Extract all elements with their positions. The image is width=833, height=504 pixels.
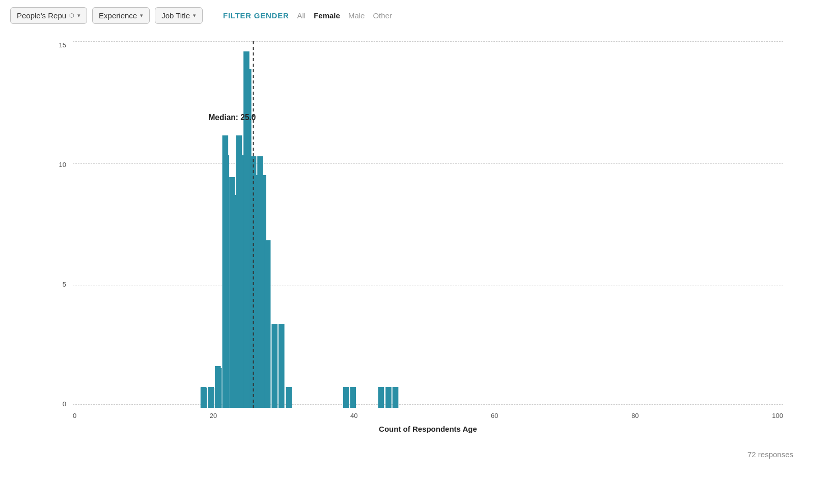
y-label-15: 15 bbox=[50, 41, 70, 49]
bar-age-43 bbox=[378, 387, 384, 408]
y-label-10: 10 bbox=[50, 161, 70, 169]
filter-female[interactable]: Female bbox=[314, 11, 340, 20]
bar-age-39 bbox=[350, 387, 356, 408]
bar-age-44 bbox=[385, 387, 392, 408]
y-label-5: 5 bbox=[50, 281, 70, 288]
bar-age-19 bbox=[208, 387, 214, 408]
dropdown-job-title[interactable]: Job Title ▾ bbox=[155, 7, 203, 24]
x-axis-labels: 0 20 40 60 80 100 bbox=[50, 408, 783, 419]
dropdown-arrow-icon-1: ▾ bbox=[77, 12, 80, 19]
dropdown-peoples-republic[interactable]: People's Repu ⬡ ▾ bbox=[10, 7, 87, 24]
x-label-80: 80 bbox=[631, 412, 638, 419]
responses-count: 72 responses bbox=[747, 450, 793, 459]
bar-age-27 bbox=[265, 240, 271, 408]
median-label: Median: 25.0 bbox=[208, 113, 256, 122]
bar-age-26 bbox=[257, 156, 263, 408]
filter-other[interactable]: Other bbox=[373, 11, 392, 20]
top-bar: People's Repu ⬡ ▾ Experience ▾ Job Title… bbox=[0, 0, 833, 31]
dropdown-peoples-republic-arrow: ⬡ bbox=[69, 12, 74, 19]
y-label-0: 0 bbox=[50, 400, 70, 408]
x-label-100: 100 bbox=[772, 412, 783, 419]
y-axis-labels: 15 10 5 0 bbox=[50, 41, 70, 408]
chart-area: 15 10 5 0 bbox=[50, 41, 783, 408]
filter-male[interactable]: Male bbox=[348, 11, 365, 20]
bar-age-23 bbox=[236, 135, 242, 408]
filter-gender-label: FILTER GENDER bbox=[223, 11, 289, 20]
histogram-svg: Median: 25.0 bbox=[73, 41, 783, 408]
filter-all[interactable]: All bbox=[297, 11, 306, 20]
chart-container: 15 10 5 0 bbox=[19, 31, 814, 469]
filter-gender-section: FILTER GENDER All Female Male Other bbox=[223, 11, 392, 20]
dropdown-arrow-icon-2: ▾ bbox=[140, 12, 143, 19]
dropdown-arrow-icon-3: ▾ bbox=[193, 12, 196, 19]
bar-age-20 bbox=[215, 366, 221, 408]
bar-age-24 bbox=[243, 51, 249, 408]
bar-age-38 bbox=[343, 387, 349, 408]
bar-age-28 bbox=[271, 324, 277, 408]
bar-age-22 bbox=[229, 177, 235, 408]
x-label-20: 20 bbox=[210, 412, 217, 419]
bar-age-21 bbox=[223, 135, 229, 408]
bar-age-29 bbox=[279, 324, 285, 408]
x-label-0: 0 bbox=[73, 412, 76, 419]
dropdown-job-title-label: Job Title bbox=[161, 11, 190, 20]
dropdown-experience-label: Experience bbox=[99, 11, 137, 20]
x-axis-title: Count of Respondents Age bbox=[50, 425, 783, 433]
x-label-40: 40 bbox=[350, 412, 357, 419]
bar-age-18 bbox=[201, 387, 207, 408]
plot-area: Median: 25.0 bbox=[73, 41, 783, 408]
bar-age-45 bbox=[393, 387, 399, 408]
bar-age-30 bbox=[286, 387, 292, 408]
x-label-60: 60 bbox=[491, 412, 498, 419]
dropdown-peoples-republic-label: People's Repu bbox=[17, 11, 66, 20]
dropdown-experience[interactable]: Experience ▾ bbox=[92, 7, 150, 24]
